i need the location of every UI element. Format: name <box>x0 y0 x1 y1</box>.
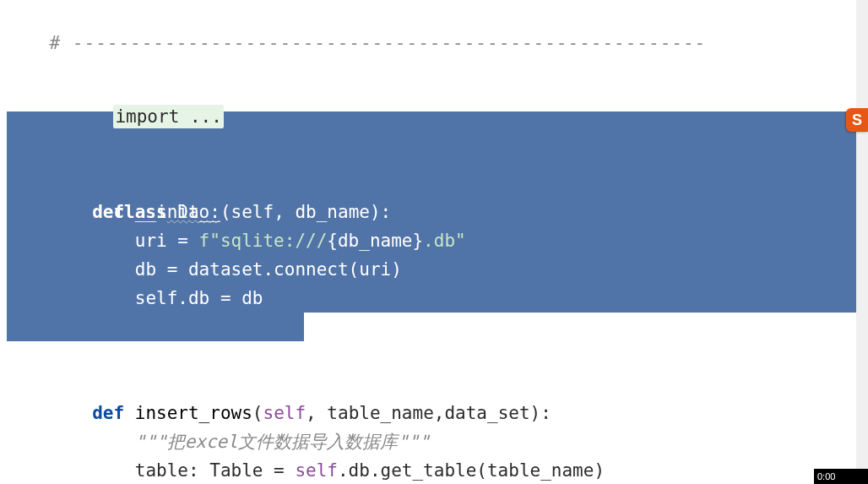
scrollbar-vertical[interactable] <box>856 0 868 484</box>
docstring: """把excel文件数据导入数据库""" <box>50 427 430 456</box>
code-line[interactable]: self.db.close() <box>0 313 868 341</box>
keyword-def: def <box>92 202 124 222</box>
fold-badge[interactable]: import ... <box>113 105 223 128</box>
stmt-close: self.db.close() <box>50 370 296 399</box>
stmt-table: table: Table = self.db.get_table(table_n… <box>50 456 605 484</box>
ime-indicator[interactable]: S <box>846 108 868 132</box>
stmt-selfdb: self.db = db <box>50 284 263 313</box>
clock-text: 0:00 <box>817 471 835 481</box>
def-insert-rows: def insert_rows(self, table_name,data_se… <box>50 399 551 427</box>
fstring: f"sqlite:///{db_name}.db" <box>199 231 466 251</box>
self-ref: self <box>135 374 178 394</box>
fn-name: insert_rows <box>135 403 252 423</box>
comment-separator: # --------------------------------------… <box>50 29 707 57</box>
keyword-def: def <box>92 345 124 366</box>
self-param: self <box>199 345 242 366</box>
self-param: self <box>263 403 306 423</box>
keyword-def: def <box>92 403 124 423</box>
stmt-uri: uri = f"sqlite:///{db_name}.db" <box>50 226 466 255</box>
code-line-folded[interactable]: import ... <box>0 57 868 83</box>
fold-region[interactable]: import ... <box>50 81 224 152</box>
code-line[interactable]: # --------------------------------------… <box>0 0 868 29</box>
self-ref: self <box>135 288 178 308</box>
code-editor[interactable]: # --------------------------------------… <box>0 0 868 484</box>
def-init: def __init__(self, db_name): <box>50 198 392 226</box>
stmt-db: db = dataset.connect(uri) <box>50 255 402 284</box>
def-close: def close(self): <box>50 341 263 370</box>
clock-widget: 0:00 <box>814 469 868 484</box>
fn-name: close <box>135 345 188 366</box>
self-param: self <box>231 202 274 222</box>
ime-indicator-label: S <box>852 111 862 128</box>
selection-bg <box>7 313 304 341</box>
fn-name: __init__ <box>135 202 220 222</box>
self-ref: self <box>295 460 338 481</box>
